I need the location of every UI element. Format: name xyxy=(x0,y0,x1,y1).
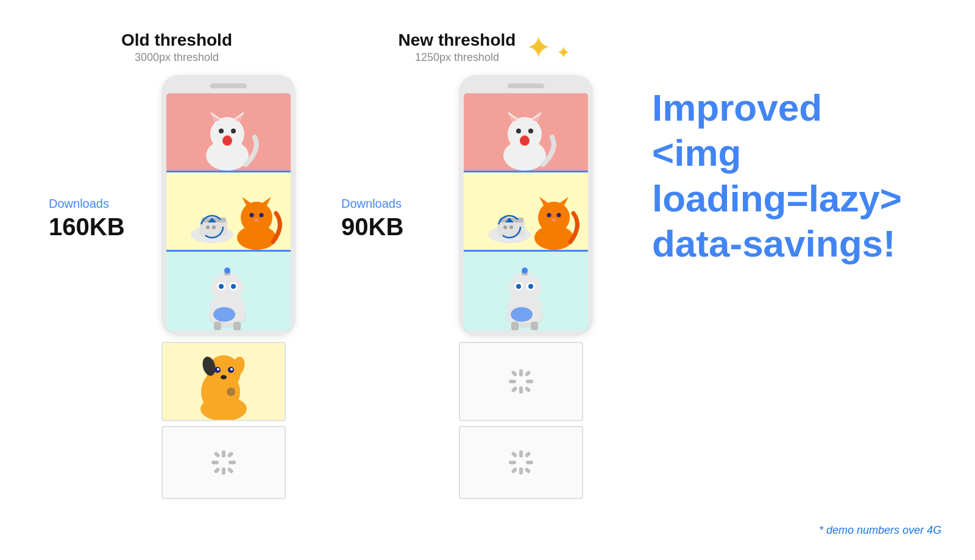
svg-point-62 xyxy=(528,129,533,133)
demo-note: * demo numbers over 4G xyxy=(819,524,941,537)
orange-cat-illustration xyxy=(166,174,288,250)
svg-point-77 xyxy=(556,213,561,218)
svg-rect-94 xyxy=(526,380,533,383)
svg-point-45 xyxy=(221,375,227,380)
spinner-icon-right-1 xyxy=(506,366,536,397)
svg-rect-106 xyxy=(524,467,531,473)
left-heading: Old threshold 3000px threshold xyxy=(121,30,232,64)
left-threshold-title: Old threshold xyxy=(121,30,232,50)
svg-rect-90 xyxy=(531,322,538,330)
svg-rect-51 xyxy=(213,451,220,458)
svg-point-22 xyxy=(260,213,264,218)
dog-yellow-illustration xyxy=(163,343,285,421)
svg-rect-97 xyxy=(511,386,517,392)
svg-rect-105 xyxy=(511,467,517,473)
right-robot-dog-illustration xyxy=(464,255,586,331)
spinner-icon-left xyxy=(208,447,239,478)
left-below-fold xyxy=(161,342,296,499)
svg-rect-47 xyxy=(222,450,225,458)
right-downloads-size: 90KB xyxy=(341,213,403,241)
right-heading: New threshold 1250px threshold ✦ ✦ xyxy=(399,30,553,64)
left-downloads-label: Downloads xyxy=(49,197,125,211)
right-phone-frame xyxy=(459,75,593,336)
svg-point-29 xyxy=(224,268,230,274)
right-text-section: Improved <img loading=lazy> data-savings… xyxy=(615,24,938,267)
svg-rect-91 xyxy=(519,369,523,377)
svg-point-68 xyxy=(503,225,507,229)
svg-rect-98 xyxy=(524,386,531,392)
svg-rect-52 xyxy=(227,451,233,458)
svg-rect-103 xyxy=(511,451,517,458)
svg-point-81 xyxy=(511,307,533,322)
svg-point-26 xyxy=(213,307,235,322)
svg-point-64 xyxy=(520,136,530,146)
svg-rect-49 xyxy=(211,461,219,464)
right-phone-screen xyxy=(464,93,588,331)
svg-rect-35 xyxy=(233,322,241,330)
robot-dog-illustration xyxy=(166,255,288,331)
svg-rect-34 xyxy=(214,322,221,330)
right-card-3 xyxy=(464,252,588,331)
right-downloads-label: Downloads xyxy=(341,197,403,211)
svg-point-78 xyxy=(551,219,556,222)
right-phone-notch xyxy=(508,83,544,88)
svg-point-56 xyxy=(508,117,542,151)
right-cat-white-illustration xyxy=(464,94,586,171)
right-phone xyxy=(459,75,593,499)
left-phone-frame xyxy=(161,75,296,336)
svg-rect-89 xyxy=(511,322,519,330)
svg-rect-54 xyxy=(227,467,233,473)
svg-point-87 xyxy=(516,284,521,289)
left-phone-screen xyxy=(166,93,291,331)
left-phone-notch xyxy=(210,83,247,88)
svg-point-73 xyxy=(538,202,570,233)
right-col-inner: Downloads 90KB xyxy=(335,75,615,499)
right-threshold-sub: 1250px threshold xyxy=(399,51,516,64)
svg-point-13 xyxy=(206,225,210,229)
svg-marker-19 xyxy=(242,197,254,207)
svg-marker-75 xyxy=(556,197,569,207)
right-downloads-block: Downloads 90KB xyxy=(341,197,403,241)
svg-point-43 xyxy=(217,368,219,370)
sparkle-small-icon: ✦ xyxy=(556,43,570,63)
left-phone xyxy=(161,75,296,499)
spinner-icon-right-2 xyxy=(506,447,536,478)
svg-point-14 xyxy=(212,225,216,229)
svg-rect-92 xyxy=(519,386,523,394)
svg-rect-48 xyxy=(222,467,225,475)
svg-point-76 xyxy=(547,213,551,218)
svg-rect-104 xyxy=(524,451,531,458)
svg-rect-93 xyxy=(509,380,516,383)
right-card-1 xyxy=(464,93,588,172)
svg-point-82 xyxy=(509,272,541,304)
right-below-fold xyxy=(459,342,593,499)
svg-point-27 xyxy=(211,272,243,304)
right-image-placeholder-2 xyxy=(459,426,583,499)
svg-rect-102 xyxy=(526,461,533,464)
cat-white-illustration xyxy=(166,94,288,171)
right-orange-cat-illustration xyxy=(464,174,586,250)
svg-point-32 xyxy=(219,284,224,289)
svg-rect-50 xyxy=(229,461,236,464)
improved-text: Improved <img loading=lazy> data-savings… xyxy=(652,85,938,267)
svg-point-61 xyxy=(516,129,521,133)
svg-rect-95 xyxy=(511,370,517,377)
left-card-3 xyxy=(166,252,291,331)
svg-point-1 xyxy=(210,117,244,151)
svg-point-23 xyxy=(254,219,259,222)
svg-marker-74 xyxy=(539,197,551,207)
svg-rect-96 xyxy=(524,370,531,377)
svg-point-9 xyxy=(222,136,232,146)
left-card-2 xyxy=(166,172,291,252)
svg-point-21 xyxy=(250,213,254,218)
svg-point-46 xyxy=(227,388,235,396)
svg-marker-20 xyxy=(259,197,271,207)
right-threshold-title: New threshold xyxy=(399,30,516,50)
left-card-1 xyxy=(166,93,291,172)
svg-point-6 xyxy=(219,129,224,133)
svg-rect-99 xyxy=(519,450,523,458)
left-image-placeholder xyxy=(161,426,286,499)
sparkle-icon: ✦ xyxy=(525,32,552,63)
svg-point-7 xyxy=(231,129,236,133)
right-image-placeholder-1 xyxy=(459,342,583,421)
